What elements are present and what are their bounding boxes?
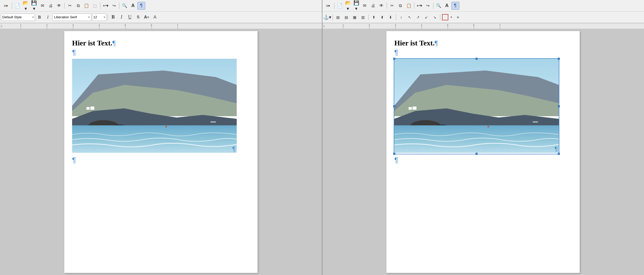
paste-btn-right[interactable]: 📋 <box>405 2 413 10</box>
paste-btn-left[interactable]: 📋 <box>83 2 90 10</box>
document-area-right: Hier ist Text.¶ ¶ <box>322 29 644 275</box>
preview-btn-right[interactable]: 👁 <box>378 2 385 10</box>
svg-text:1: 1 <box>343 24 344 26</box>
pilcrow-btn-right[interactable]: ¶ <box>451 2 459 10</box>
copy-icon: ⧉ <box>77 3 80 8</box>
open-btn-right[interactable]: 📂▾ <box>344 2 352 10</box>
wrap-through-btn[interactable]: ▥ <box>359 13 367 21</box>
send-btn-right[interactable]: ✉ <box>361 2 369 10</box>
handle-tl[interactable] <box>393 58 395 60</box>
save-icon-r: 💾▾ <box>353 0 360 11</box>
copy-btn-left[interactable]: ⧉ <box>74 2 82 10</box>
underline-btn-left[interactable]: U <box>126 13 134 21</box>
frame-color-dropdown[interactable]: ▾ <box>449 13 454 21</box>
spacing-br-btn[interactable]: ↘ <box>431 13 439 21</box>
wrap-before-btn[interactable]: ▤ <box>343 13 350 21</box>
svg-rect-51 <box>413 107 416 110</box>
send-icon: ✉ <box>41 3 44 8</box>
align-bottom-btn[interactable]: ⬇ <box>387 13 394 21</box>
font-inc-btn-right[interactable]: A <box>443 2 451 10</box>
image-container-right[interactable]: ¶ <box>394 59 559 154</box>
spacing-tr-btn[interactable]: ↗ <box>414 13 422 21</box>
svg-text:7: 7 <box>177 24 178 26</box>
redo-btn-right[interactable]: ↪ <box>424 2 432 10</box>
rsep2 <box>387 3 387 9</box>
cut-btn-right[interactable]: ✂ <box>388 2 396 10</box>
wrap-parallel-btn[interactable]: ▦ <box>351 13 359 21</box>
find-btn-left[interactable]: 🔍 <box>121 2 129 10</box>
font-inc-btn-left[interactable]: A <box>129 2 137 10</box>
rsep3 <box>414 3 414 9</box>
svg-text:ℒ: ℒ <box>323 25 325 27</box>
format-menu-btn-left[interactable]: ≡▾ <box>1 2 10 10</box>
preview-icon: 👁 <box>57 3 61 8</box>
align-center-btn[interactable]: ⬍ <box>378 13 386 21</box>
handle-ml[interactable] <box>393 105 395 107</box>
save-btn-right[interactable]: 💾▾ <box>352 2 360 10</box>
send-btn-left[interactable]: ✉ <box>38 2 46 10</box>
print-btn-right[interactable]: 🖨 <box>369 2 377 10</box>
spacing-tl-btn[interactable]: ↖ <box>406 13 414 21</box>
sep4 <box>119 3 119 9</box>
spacing-above-btn[interactable]: ↕ <box>397 13 405 21</box>
font-dropdown-left[interactable]: Liberation Serif ▾ <box>52 14 91 21</box>
copy-btn-right[interactable]: ⧉ <box>397 2 404 10</box>
cut-btn-left[interactable]: ✂ <box>66 2 74 10</box>
new-btn-right[interactable]: 📄 <box>336 2 344 10</box>
image-container-left[interactable]: ¶ <box>72 59 237 154</box>
strike-btn-left[interactable]: S <box>134 13 142 21</box>
para-mark-left: ¶ <box>72 48 250 57</box>
page-left: Hier ist Text.¶ ¶ <box>64 31 258 273</box>
redo-btn-left[interactable]: ↪ <box>110 2 118 10</box>
font-size-dec-left[interactable]: A <box>151 13 159 21</box>
new-btn-left[interactable]: 📄 <box>13 2 21 10</box>
redo-icon-r: ↪ <box>426 3 430 8</box>
more-frame-opts[interactable]: ≡ <box>454 13 462 21</box>
style-dropdown-left[interactable]: Default Style ▾ <box>1 14 35 21</box>
format-paint-btn-left[interactable]: ⬚ <box>91 2 99 10</box>
undo-btn-right[interactable]: ↩▾ <box>416 2 423 10</box>
pilcrow-btn-left[interactable]: ¶ <box>137 2 145 10</box>
toolbar-row2-left: Default Style ▾ B I Liberation Serif ▾ 1… <box>0 11 322 23</box>
italic-btn-left[interactable]: I <box>118 13 125 21</box>
open-btn-left[interactable]: 📂▾ <box>22 2 30 10</box>
frame-color-btn[interactable] <box>442 14 448 20</box>
svg-rect-50 <box>409 107 412 110</box>
handle-tr[interactable] <box>558 58 560 60</box>
svg-text:6: 6 <box>151 24 152 26</box>
handle-bl[interactable] <box>393 153 395 155</box>
landscape-image-left <box>72 59 237 153</box>
para-mark-right: ¶ <box>394 48 572 57</box>
bold-style-btn[interactable]: B <box>36 13 43 21</box>
preview-btn-left[interactable]: 👁 <box>55 2 63 10</box>
italic-style-btn[interactable]: I <box>44 13 52 21</box>
find-btn-right[interactable]: 🔍 <box>435 2 443 10</box>
pilcrow-icon-r: ¶ <box>454 3 457 8</box>
align-top-btn[interactable]: ⬆ <box>370 13 378 21</box>
spacing-bl-btn[interactable]: ↙ <box>422 13 430 21</box>
cut-icon-r: ✂ <box>390 3 394 8</box>
page-heading-right: Hier ist Text.¶ <box>394 39 572 47</box>
undo-icon: ↩▾ <box>103 3 108 8</box>
ruler-right: ℒ 1 2 3 4 5 6 7 <box>322 23 644 29</box>
format-menu-btn-right[interactable]: ≡▾ <box>323 2 333 10</box>
sep1 <box>12 3 12 9</box>
rsep6 <box>368 14 369 20</box>
font-label: Liberation Serif <box>54 15 77 19</box>
font-size-inc2-left[interactable]: A+ <box>143 13 150 21</box>
find-icon: 🔍 <box>122 3 127 8</box>
svg-rect-23 <box>86 107 90 110</box>
size-dropdown-left[interactable]: 12 ▾ <box>92 14 106 21</box>
handle-bc[interactable] <box>475 153 478 155</box>
undo-btn-left[interactable]: ↩▾ <box>102 2 109 10</box>
handle-tc[interactable] <box>475 58 478 60</box>
print-btn-left[interactable]: 🖨 <box>47 2 55 10</box>
save-btn-left[interactable]: 💾▾ <box>30 2 38 10</box>
style-dropdown-arrow: ▾ <box>32 16 34 19</box>
bold-btn-left[interactable]: B <box>109 13 117 21</box>
anchor-btn-right[interactable]: ⚓▾ <box>323 13 331 21</box>
handle-br[interactable] <box>558 153 560 155</box>
handle-mr[interactable] <box>558 105 560 107</box>
wrap-none-btn[interactable]: ▤ <box>334 13 342 21</box>
svg-text:5: 5 <box>447 24 448 26</box>
